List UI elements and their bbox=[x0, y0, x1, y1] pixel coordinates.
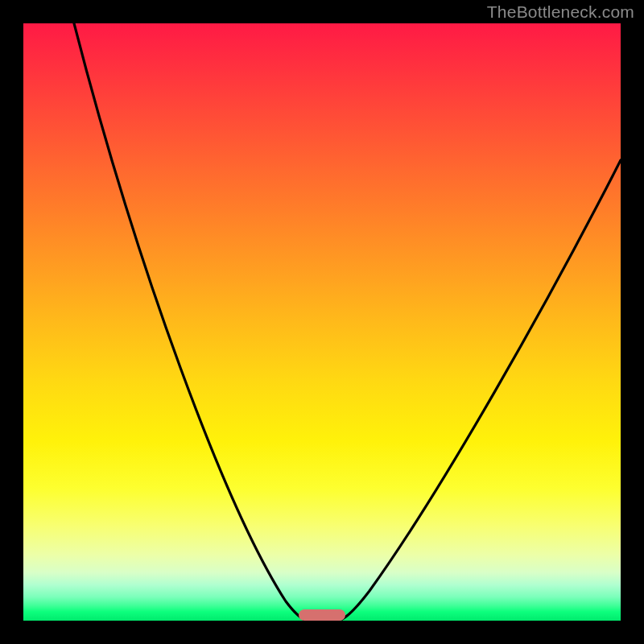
curves-svg bbox=[23, 23, 621, 621]
left-curve-line bbox=[74, 23, 303, 619]
right-curve-line bbox=[342, 160, 621, 619]
chart-frame: TheBottleneck.com bbox=[0, 0, 644, 644]
watermark-text: TheBottleneck.com bbox=[487, 2, 634, 22]
bottleneck-marker bbox=[299, 609, 345, 621]
chart-plot-area bbox=[23, 23, 621, 621]
